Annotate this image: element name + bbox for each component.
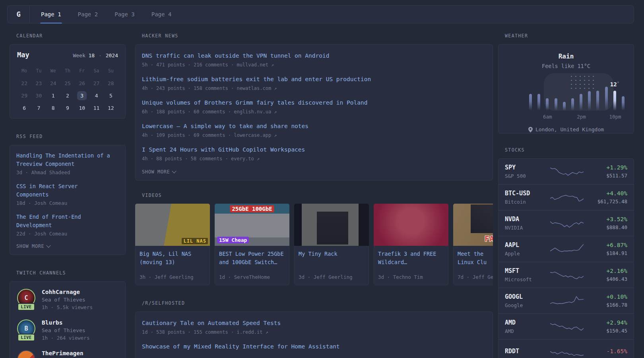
channel-game: Sea of Thieves [42, 297, 93, 303]
reddit-section-title: /R/SELFHOSTED [142, 300, 493, 306]
rss-item-title[interactable]: The End of Front-End Development [16, 213, 113, 230]
stock-sparkline [550, 268, 584, 281]
stock-ticker: MSFT [505, 267, 546, 274]
hackernews-item-meta: 4h · 109 points · 69 comments · lowercas… [142, 132, 486, 138]
calendar-day: 25 [60, 77, 75, 90]
twitch-channel-row[interactable]: C LIVE CohhCarnage Sea of Thieves 1h · 5… [16, 289, 119, 311]
thumbnail-text: FA [485, 234, 493, 243]
weekday-label: Mo [17, 66, 31, 76]
app-logo[interactable]: G [8, 6, 29, 23]
channel-avatar [17, 350, 35, 358]
stock-name: Apple [505, 251, 546, 257]
calendar-day: 29 [17, 90, 31, 102]
stock-row[interactable]: GOOGL Google +0.10% $166.78 [499, 288, 634, 313]
stock-sparkline [550, 294, 584, 307]
video-card[interactable]: FA Meet the Linux Clu 7d · Jeff Geerling [453, 204, 493, 285]
calendar-day: 23 [31, 77, 46, 90]
stock-row[interactable]: BTC-USD Bitcoin +4.40% $61,725.48 [499, 184, 634, 210]
calendar-section-title: CALENDAR [16, 33, 126, 39]
twitch-channel-list: C LIVE CohhCarnage Sea of Thieves 1h · 5… [16, 289, 119, 358]
video-thumbnail[interactable]: FA [453, 204, 493, 246]
stock-sparkline [550, 217, 584, 230]
video-card[interactable]: 25GbE 100GbE 15W Cheap BEST Low Power 25… [215, 204, 289, 285]
hackernews-item-title[interactable]: Lithium-free sodium batteries exit the l… [142, 75, 486, 84]
page-tab[interactable]: Page 4 [148, 6, 175, 23]
channel-name[interactable]: ThePrimeagen [42, 350, 83, 356]
stock-row[interactable]: NVDA NVIDIA +3.52% $888.40 [499, 210, 634, 236]
hackernews-show-more-button[interactable]: SHOW MORE [142, 169, 486, 175]
calendar-day: 24 [46, 77, 60, 90]
video-thumbnail[interactable]: 25GbE 100GbE 15W Cheap [215, 204, 289, 246]
video-title[interactable]: Traefik 3 and FREE Wildcard… [378, 250, 444, 267]
calendar-day: 11 [89, 102, 103, 114]
page-tab[interactable]: Page 3 [111, 6, 138, 23]
live-badge: LIVE [17, 303, 35, 311]
left-column: CALENDAR May Week 18 · 2024 MoTuWeThFrSa… [10, 27, 126, 358]
weather-bar [596, 91, 599, 111]
video-title[interactable]: My Tiny Rack [299, 250, 365, 258]
channel-name[interactable]: CohhCarnage [42, 289, 93, 295]
stock-ticker: RDDT [505, 348, 546, 355]
video-title[interactable]: BEST Low Power 25GbE and 100GbE Switch… [219, 250, 285, 267]
time-label: 2pm [577, 114, 586, 120]
video-meta: 3h · Jeff Geerling [140, 274, 206, 280]
stock-name: Google [505, 302, 546, 308]
stock-change: +2.16% [588, 268, 627, 274]
live-badge: LIVE [17, 334, 35, 341]
channel-name[interactable]: Blurbs [42, 319, 89, 326]
stock-row[interactable]: RDDT -1.65% [499, 339, 634, 358]
stock-row[interactable]: AMD AMD +2.94% $150.45 [499, 313, 634, 339]
hackernews-item: DNS traffic can leak outside the VPN tun… [142, 52, 486, 68]
stock-sparkline [550, 191, 584, 204]
weather-bar [580, 94, 582, 111]
stock-price: $888.40 [588, 224, 627, 230]
stock-ticker: AMD [505, 319, 546, 326]
calendar-day: 4 [89, 90, 103, 102]
hackernews-item-title[interactable]: Unique volumes of Brothers Grimm fairy t… [142, 99, 486, 107]
hackernews-item: Lowercase – A simple way to take and sha… [142, 122, 486, 138]
calendar-day: 3 [75, 90, 89, 102]
stock-row[interactable]: AAPL Apple +6.87% $184.91 [499, 236, 634, 262]
top-navbar: G Page 1 Page 2 Page 3 Page 4 [7, 5, 634, 23]
hackernews-item-title[interactable]: DNS traffic can leak outside the VPN tun… [142, 52, 486, 60]
calendar-day: 28 [104, 77, 118, 90]
reddit-item-title[interactable]: Cautionary Tale on Automated Speed Tests [142, 319, 486, 327]
rss-item-title[interactable]: CSS in React Server Components [16, 182, 113, 199]
video-title[interactable]: Meet the Linux Clu [458, 250, 493, 267]
weather-bar [588, 91, 591, 111]
twitch-channel-row[interactable]: B LIVE Blurbs Sea of Thieves 1h · 264 vi… [16, 319, 119, 341]
video-card[interactable]: LIL NAS Big NAS, Lil NAS (moving 13) 3h … [135, 204, 210, 285]
weekday-label: Sa [89, 66, 103, 76]
weather-temp-label: 12° [610, 81, 619, 88]
video-thumbnail[interactable] [374, 204, 448, 246]
rss-item-meta: 22d · Josh Comeau [16, 231, 119, 237]
hackernews-item-title[interactable]: Lowercase – A simple way to take and sha… [142, 122, 486, 130]
stock-ticker: SPY [505, 164, 546, 171]
rss-item-title[interactable]: Handling The Indentation of a Treeview C… [16, 152, 113, 168]
hackernews-item-meta: 5h · 471 points · 216 comments · mullvad… [142, 62, 486, 68]
video-thumbnail[interactable]: LIL NAS [135, 204, 210, 246]
hackernews-item-meta: 4h · 243 points · 158 comments · newatla… [142, 86, 486, 91]
stock-ticker: GOOGL [505, 293, 546, 300]
weather-widget: Rain Feels like 11°C [498, 44, 634, 134]
video-title[interactable]: Big NAS, Lil NAS (moving 13) [140, 250, 206, 267]
rss-show-more-button[interactable]: SHOW MORE [16, 243, 119, 249]
hackernews-item-title[interactable]: I Spent 24 Hours with GitHub Copilot Wor… [142, 146, 486, 154]
reddit-item-title[interactable]: Showcase of my Mixed Reality Interface f… [142, 342, 486, 351]
stock-name: S&P 500 [505, 173, 546, 179]
stock-row[interactable]: MSFT Microsoft +2.16% $406.43 [499, 262, 634, 288]
weekday-label: Su [104, 66, 118, 76]
page-tab[interactable]: Page 1 [38, 6, 64, 23]
video-thumbnail[interactable] [294, 204, 369, 246]
twitch-channel-row[interactable]: ThePrimeagen [16, 350, 119, 358]
weather-section-title: WEATHER [505, 33, 634, 39]
video-card[interactable]: My Tiny Rack 3d · Jeff Geerling [294, 204, 369, 285]
time-label: 10pm [609, 114, 621, 120]
video-card[interactable]: Traefik 3 and FREE Wildcard… 3d · Techno… [374, 204, 448, 285]
calendar-day: 30 [31, 90, 46, 102]
weather-bar [546, 98, 549, 111]
hackernews-item: Lithium-free sodium batteries exit the l… [142, 75, 486, 91]
stock-row[interactable]: SPY S&P 500 +1.29% $511.57 [499, 159, 634, 184]
channel-viewers: 1h · 5.5k viewers [42, 304, 93, 310]
page-tab[interactable]: Page 2 [75, 6, 101, 23]
